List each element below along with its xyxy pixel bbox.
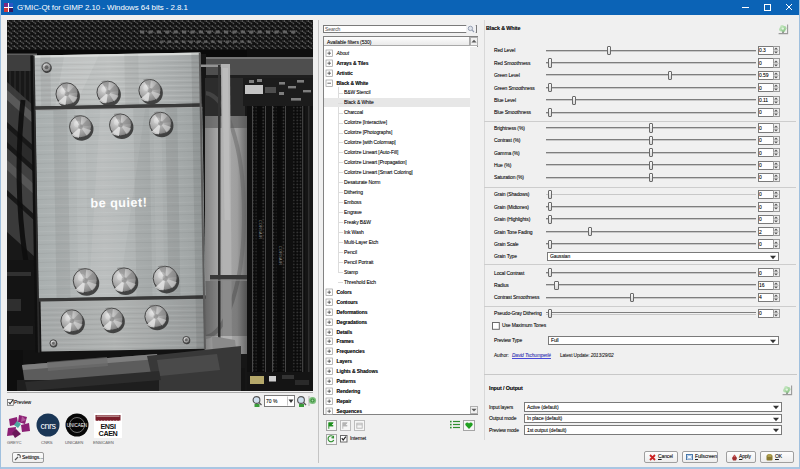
svg-text:CORSAIR: CORSAIR bbox=[278, 246, 282, 265]
svg-text:CORSAIR: CORSAIR bbox=[258, 220, 262, 239]
svg-text:be quiet!: be quiet! bbox=[90, 196, 147, 211]
svg-text:cnrs: cnrs bbox=[40, 421, 56, 431]
svg-text:CAEN: CAEN bbox=[99, 429, 118, 438]
